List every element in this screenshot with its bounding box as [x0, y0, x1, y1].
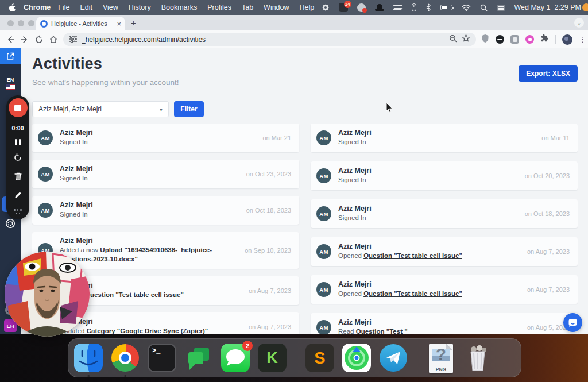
activity-user: Aziz Mejri [60, 201, 239, 209]
activity-date: on Oct 23, 2023 [246, 171, 291, 178]
extensions-puzzle-icon[interactable] [540, 34, 549, 45]
pause-icon[interactable] [15, 139, 21, 145]
menu-item-help[interactable]: Help [300, 3, 315, 11]
browser-tabstrip: Helpjuice - Activities × + ⌄ [0, 15, 588, 30]
activity-date: on Oct 18, 2023 [246, 207, 291, 214]
avatar: AM [316, 320, 331, 334]
activity-link[interactable]: Question "Test table cell issue" [363, 290, 462, 297]
recording-indicator-blob [582, 3, 588, 11]
avatar: AM [316, 168, 331, 183]
activity-user: Aziz Mejri [338, 280, 520, 288]
menu-app-name[interactable]: Chrome [24, 3, 51, 11]
more-options-icon[interactable] [14, 209, 22, 214]
page-subtitle: See what's happening within your account… [32, 78, 179, 87]
tab-search-chevron-icon[interactable]: ⌄ [574, 18, 584, 28]
menu-item-edit[interactable]: Edit [80, 3, 92, 11]
macos-dock: >_ 2 K S [68, 338, 521, 377]
trash-icon[interactable] [14, 172, 22, 183]
activity-description: Read Question "Test " [338, 327, 520, 334]
camera-shutter-icon[interactable] [5, 218, 16, 231]
pink-extension-icon[interactable] [525, 35, 534, 44]
avatar: AM [316, 244, 331, 259]
window-controls[interactable] [7, 20, 34, 26]
activity-link[interactable]: Question "Test " [356, 328, 408, 334]
menu-item-profiles[interactable]: Profiles [207, 3, 231, 11]
dock-finder-icon[interactable] [74, 344, 103, 372]
filter-button[interactable]: Filter [174, 101, 204, 117]
avatar: AM [316, 130, 331, 145]
avatar: AM [316, 206, 331, 221]
dock-messages-icon[interactable]: 2 [221, 344, 250, 372]
app-update-icon[interactable]: 14 [339, 3, 348, 12]
forward-icon[interactable] [20, 35, 29, 44]
menu-item-view[interactable]: View [103, 3, 118, 11]
chat-launcher-button[interactable] [563, 313, 582, 332]
screen-record-status-icon[interactable] [357, 3, 366, 12]
url-bar[interactable]: _helpjuice.helpjuice.com/admin/activitie… [63, 33, 476, 46]
activity-card: AM Aziz Mejri Read Question "Test " on A… [311, 313, 578, 334]
dock-kap-icon[interactable]: K [258, 344, 287, 372]
activity-card: AM Aziz Mejri Signed In on Oct 18, 2023 [311, 199, 578, 228]
open-external-button[interactable] [0, 48, 21, 64]
reload-icon[interactable] [34, 35, 44, 44]
dock-terminal-icon[interactable]: >_ [148, 344, 176, 372]
dock-chrome-icon[interactable] [111, 344, 140, 372]
menu-item-history[interactable]: History [129, 3, 151, 11]
menu-item-tab[interactable]: Tab [242, 3, 253, 11]
dock-png-file-icon[interactable]: ? PNG [427, 344, 455, 372]
user-filter-select[interactable]: Aziz Mejri, Aziz Mejri ▾ [32, 101, 169, 117]
dock-telegram-icon[interactable] [379, 344, 408, 372]
bookmark-star-icon[interactable] [462, 34, 470, 45]
dock-sublime-icon[interactable]: S [305, 344, 334, 372]
activity-date: on Oct 20, 2023 [525, 172, 570, 179]
boxed-extension-icon[interactable] [510, 35, 519, 44]
activity-link[interactable]: Question "Test table cell issue" [363, 252, 462, 259]
mouse-battery-icon[interactable] [412, 3, 416, 11]
menu-lines-icon[interactable] [393, 5, 403, 10]
activity-user: Aziz Mejri [338, 204, 518, 213]
dock-divider [296, 343, 296, 373]
control-center-icon[interactable] [497, 5, 505, 11]
activities-page: Activities See what's happening within y… [21, 48, 588, 334]
dark-circle-extension-icon[interactable] [496, 35, 504, 44]
activity-link[interactable]: Category "Google Drive Sync (Zapier)" [87, 327, 208, 334]
pen-icon[interactable] [14, 191, 22, 202]
url-text[interactable]: _helpjuice.helpjuice.com/admin/activitie… [82, 36, 444, 44]
bluetooth-icon[interactable] [425, 3, 431, 11]
zoom-magnifier-icon[interactable] [449, 34, 457, 45]
menubar-clock[interactable]: Wed May 1 2:29 PM [514, 3, 582, 11]
site-settings-icon[interactable] [69, 34, 77, 45]
dock-google-chat-icon[interactable] [184, 344, 213, 372]
apple-menu-icon[interactable] [8, 3, 16, 12]
recorder-toolbar: 0:00 [6, 95, 29, 219]
menu-item-window[interactable]: Window [264, 3, 289, 11]
filter-select-value: Aziz Mejri, Aziz Mejri [38, 105, 160, 113]
shield-extension-icon[interactable] [481, 34, 489, 45]
activity-description: Signed In [60, 174, 239, 183]
restart-icon[interactable] [13, 153, 22, 164]
profile-avatar[interactable] [562, 34, 572, 45]
battery-icon[interactable] [440, 5, 452, 10]
menu-item-bookmarks[interactable]: Bookmarks [161, 3, 198, 11]
dock-trash-icon[interactable] [463, 344, 492, 372]
dock-findmy-icon[interactable] [342, 344, 371, 372]
stop-recording-button[interactable] [9, 98, 28, 117]
new-tab-icon[interactable]: + [131, 18, 136, 28]
activity-link[interactable]: Question "Test table cell issue" [85, 291, 184, 298]
browser-tab[interactable]: Helpjuice - Activities × [36, 17, 125, 30]
back-icon[interactable] [6, 35, 15, 44]
browser-menu-kebab-icon[interactable]: ⋮ [579, 38, 582, 41]
spotlight-search-icon[interactable] [480, 4, 488, 11]
browser-toolbar: _helpjuice.helpjuice.com/admin/activitie… [0, 30, 588, 48]
export-xlsx-button[interactable]: Export: XLSX [519, 65, 578, 82]
webcam-bubble[interactable] [5, 252, 90, 337]
home-icon[interactable] [49, 35, 58, 44]
menu-item-file[interactable]: File [58, 3, 69, 11]
bartender-hat-icon[interactable] [375, 4, 384, 11]
tab-close-icon[interactable]: × [117, 20, 121, 28]
language-switcher[interactable]: EN [0, 77, 21, 90]
dock-divider [417, 343, 417, 373]
activity-user: Aziz Mejri [60, 165, 239, 173]
wifi-icon[interactable] [462, 4, 471, 11]
gear-icon[interactable] [322, 3, 330, 11]
